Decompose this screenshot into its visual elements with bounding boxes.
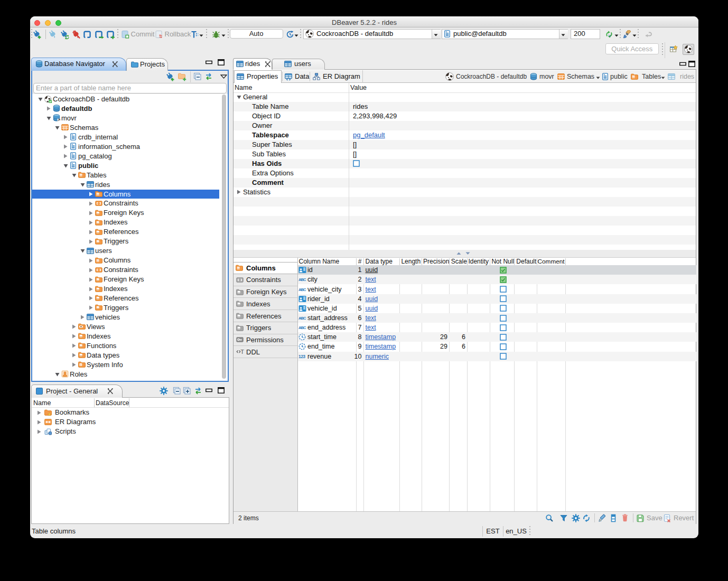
svg-text:ABC: ABC <box>298 316 306 321</box>
svg-text:123: 123 <box>298 354 305 359</box>
svg-text:ABC: ABC <box>298 278 306 283</box>
svg-text:ABC: ABC <box>298 287 306 292</box>
svg-text:(-): (-) <box>608 34 611 37</box>
svg-text:T: T <box>240 349 244 355</box>
svg-text:ABC: ABC <box>298 325 306 330</box>
